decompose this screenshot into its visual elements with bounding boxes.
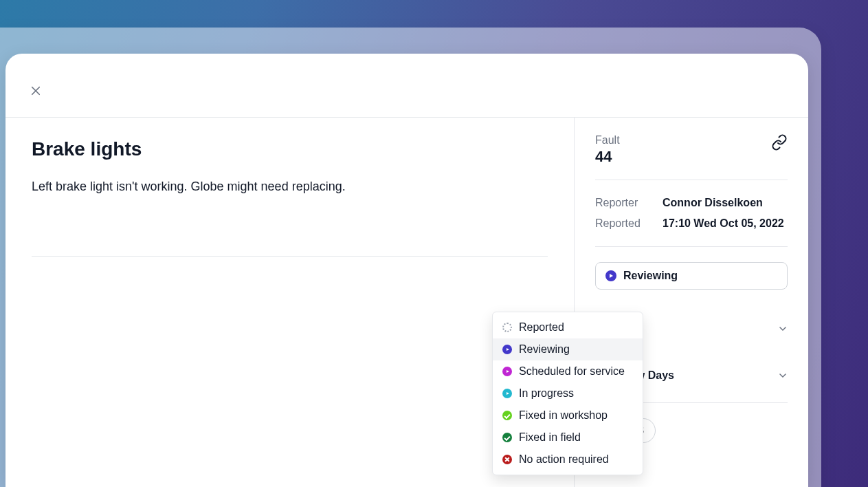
status-dropdown-menu: Reported Reviewing Scheduled for service… [492,312,643,475]
meta-block: Reporter Connor Disselkoen Reported 17:1… [595,180,788,247]
status-option-label: Reported [519,321,564,334]
reporter-row: Reporter Connor Disselkoen [595,193,788,213]
fault-id-label: Fault [595,134,620,147]
status-option-fixed-workshop[interactable]: Fixed in workshop [493,404,643,426]
reported-row: Reported 17:10 Wed Oct 05, 2022 [595,213,788,234]
reported-label: Reported [595,217,663,230]
play-icon [502,367,512,376]
main-column: Brake lights Left brake light isn't work… [5,118,575,487]
spinner-icon [502,323,512,332]
reported-value: 17:10 Wed Oct 05, 2022 [663,217,784,230]
fault-id-value: 44 [595,148,620,166]
status-option-label: Fixed in field [519,431,581,444]
reporter-label: Reporter [595,197,663,209]
status-option-label: No action required [519,453,609,466]
modal-body: Brake lights Left brake light isn't work… [5,117,808,487]
status-option-label: Fixed in workshop [519,409,608,422]
status-option-label: In progress [519,387,574,400]
fault-detail-modal: Brake lights Left brake light isn't work… [5,54,808,487]
play-icon [502,389,512,398]
check-icon [502,433,512,442]
chevron-down-icon [779,325,786,332]
play-icon [605,270,616,281]
reporter-value: Connor Disselkoen [663,197,763,209]
play-icon [502,345,512,354]
status-option-label: Reviewing [519,343,570,356]
status-current-label: Reviewing [623,270,678,282]
status-select[interactable]: Reviewing [595,262,788,290]
x-icon [502,455,512,464]
status-option-reported[interactable]: Reported [493,316,643,338]
fault-title: Brake lights [32,138,548,160]
modal-header [5,54,808,117]
fault-id-row: Fault 44 [595,134,788,180]
close-button[interactable] [27,83,44,99]
fault-id-block: Fault 44 [595,134,620,166]
close-icon [30,85,42,97]
status-option-no-action[interactable]: No action required [493,448,643,470]
status-option-label: Scheduled for service [519,365,625,378]
status-option-scheduled[interactable]: Scheduled for service [493,360,643,382]
fault-description: Left brake light isn't working. Globe mi… [32,180,548,194]
check-icon [502,411,512,420]
status-option-in-progress[interactable]: In progress [493,382,643,404]
main-divider [32,256,548,257]
chevron-down-icon [779,372,786,379]
status-option-reviewing[interactable]: Reviewing [493,338,643,360]
link-icon[interactable] [771,134,788,151]
status-option-fixed-field[interactable]: Fixed in field [493,426,643,448]
